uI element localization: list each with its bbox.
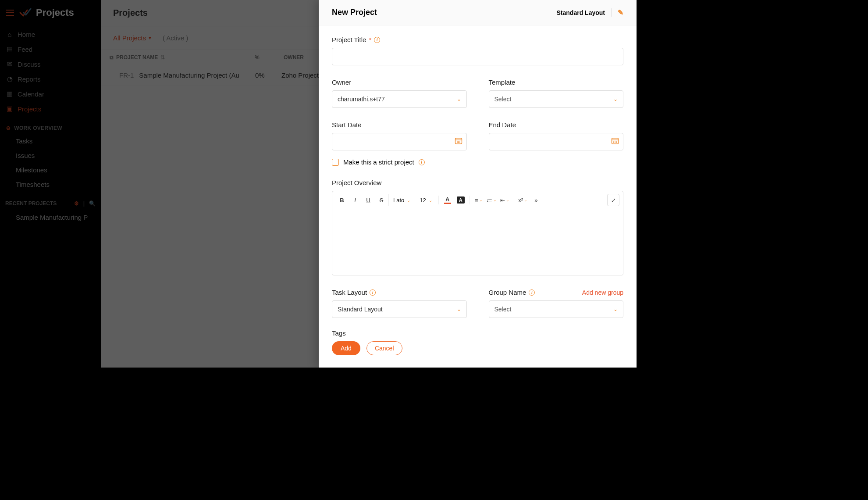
font-size-select[interactable]: 12⌄ xyxy=(415,194,435,206)
edit-layout-icon[interactable]: ✎ xyxy=(611,8,623,17)
group-name-label: Group Name xyxy=(489,289,526,296)
svg-point-14 xyxy=(615,142,615,143)
indent-button[interactable]: ⇤⌄ xyxy=(499,194,511,206)
start-date-input[interactable] xyxy=(332,133,467,150)
add-new-group-link[interactable]: Add new group xyxy=(582,289,623,296)
superscript-button[interactable]: x²⌄ xyxy=(517,194,529,206)
svg-point-10 xyxy=(613,141,614,142)
info-icon[interactable]: i xyxy=(419,159,425,165)
cancel-button[interactable]: Cancel xyxy=(366,341,402,355)
owner-label: Owner xyxy=(332,79,351,86)
svg-point-6 xyxy=(458,142,459,143)
drawer-title: New Project xyxy=(332,8,377,17)
strict-project-label: Make this a strict project xyxy=(343,158,414,166)
svg-point-2 xyxy=(457,141,458,142)
project-title-input[interactable] xyxy=(332,48,623,65)
svg-point-12 xyxy=(616,141,617,142)
strict-project-checkbox[interactable] xyxy=(332,159,339,166)
chevron-down-icon: ⌄ xyxy=(457,96,461,102)
svg-point-5 xyxy=(457,142,458,143)
underline-button[interactable]: U xyxy=(362,194,374,206)
task-layout-label: Task Layout xyxy=(332,289,367,296)
chevron-down-icon: ⌄ xyxy=(457,306,461,312)
end-date-input[interactable] xyxy=(489,133,624,150)
new-project-drawer: New Project Standard Layout ✎ Project Ti… xyxy=(319,0,637,368)
overview-label: Project Overview xyxy=(332,179,381,186)
svg-point-7 xyxy=(459,142,460,143)
owner-select[interactable]: charumathi.s+t77 ⌄ xyxy=(332,90,467,108)
bold-button[interactable]: B xyxy=(336,194,348,206)
strikethrough-button[interactable]: S xyxy=(375,194,388,206)
chevron-down-icon: ⌄ xyxy=(613,306,618,312)
calendar-icon[interactable] xyxy=(455,137,462,146)
svg-point-15 xyxy=(616,142,617,143)
add-button[interactable]: Add xyxy=(332,341,360,355)
svg-point-4 xyxy=(459,141,460,142)
chevron-down-icon: ⌄ xyxy=(613,96,618,102)
font-color-button[interactable]: A xyxy=(441,194,454,206)
overview-editor: B I U S Lato⌄ 12⌄ A A ≡⌄ ≔⌄ ⇤⌄ x²⌄ » xyxy=(332,191,623,275)
calendar-icon[interactable] xyxy=(611,137,619,146)
template-label: Template xyxy=(489,79,516,86)
expand-editor-button[interactable]: ⤢ xyxy=(607,194,619,206)
info-icon[interactable]: i xyxy=(374,37,380,43)
info-icon[interactable]: i xyxy=(529,289,535,296)
font-family-select[interactable]: Lato⌄ xyxy=(388,194,414,206)
info-icon[interactable]: i xyxy=(370,289,376,296)
italic-button[interactable]: I xyxy=(349,194,361,206)
svg-point-11 xyxy=(615,141,615,142)
overview-textarea[interactable] xyxy=(332,209,623,275)
template-select[interactable]: Select ⌄ xyxy=(489,90,624,108)
project-title-label: Project Title xyxy=(332,36,366,43)
layout-label[interactable]: Standard Layout xyxy=(557,9,605,16)
task-layout-select[interactable]: Standard Layout ⌄ xyxy=(332,300,467,318)
list-button[interactable]: ≔⌄ xyxy=(486,194,498,206)
more-tools-button[interactable]: » xyxy=(530,194,542,206)
svg-point-3 xyxy=(458,141,459,142)
group-name-select[interactable]: Select ⌄ xyxy=(489,300,624,318)
end-date-label: End Date xyxy=(489,121,516,129)
align-button[interactable]: ≡⌄ xyxy=(473,194,485,206)
highlight-button[interactable]: A xyxy=(455,194,467,206)
start-date-label: Start Date xyxy=(332,121,362,129)
tags-label: Tags xyxy=(332,329,346,337)
svg-point-13 xyxy=(613,142,614,143)
